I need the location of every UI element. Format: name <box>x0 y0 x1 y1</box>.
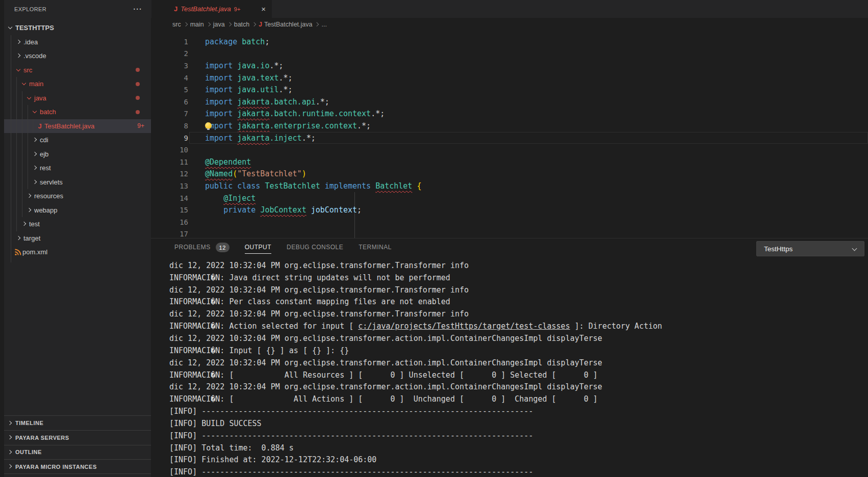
chevron-down-icon <box>20 80 29 88</box>
section-outline[interactable]: OUTLINE <box>4 445 151 460</box>
section-payara-servers[interactable]: PAYARA SERVERS <box>4 430 151 445</box>
editor-code-area[interactable]: 1package batch;23import java.io.*;4impor… <box>151 31 868 238</box>
log-line: INFORMACI�N: Action selected for input [… <box>169 320 868 332</box>
log-line: [INFO] Total time: 0.884 s <box>169 442 868 454</box>
chevron-right-icon <box>6 448 14 456</box>
panel-tab-terminal[interactable]: TERMINAL <box>359 241 392 254</box>
line-number: 6 <box>151 98 188 106</box>
section-timeline[interactable]: TIMELINE <box>4 415 151 430</box>
code-line-content: @Named("TestBatchlet") <box>189 168 868 180</box>
code-line-14[interactable]: 14 @Inject <box>151 192 868 204</box>
tree-item-label: ejb <box>40 150 48 158</box>
panel-tab-label: TERMINAL <box>359 241 392 254</box>
breadcrumb-item-[interactable]: ... <box>321 21 326 28</box>
code-line-12[interactable]: 12@Named("TestBatchlet") <box>151 168 868 180</box>
vscode-window: EXPLORER ⋯ TESTHTTPS.idea.vscodesrcmainj… <box>0 0 868 477</box>
code-line-content: import jakarta.batch.api.*; <box>189 96 868 108</box>
line-number: 5 <box>151 86 188 94</box>
code-line-15[interactable]: 15 private JobContext jobContext; <box>151 204 868 216</box>
log-line: INFORMACI�N: Input [ {} ] as [ {} ]: {} <box>169 344 868 357</box>
log-text: dic 12, 2022 10:32:04 PM org.eclipse.tra… <box>169 358 602 367</box>
code-line-16[interactable]: 16 <box>151 216 868 228</box>
panel-tab-debug-console[interactable]: DEBUG CONSOLE <box>287 241 343 254</box>
code-line-17[interactable]: 17 <box>151 228 868 238</box>
tree-item-java[interactable]: java <box>4 91 151 105</box>
code-line-content: import jakarta.enterprise.context.*; <box>189 120 868 132</box>
code-line-3[interactable]: 3import java.io.*; <box>151 60 868 72</box>
tree-item-pom-xml[interactable]: pom.xml <box>4 245 151 259</box>
tree-item-cdi[interactable]: cdi <box>4 133 151 147</box>
tree-item-batch[interactable]: batch <box>4 105 151 119</box>
line-number: 15 <box>151 206 188 214</box>
panel-tab-output[interactable]: OUTPUT <box>245 241 271 254</box>
tree-item-idea[interactable]: .idea <box>4 35 151 49</box>
output-channel-select[interactable]: TestHttps <box>756 241 864 256</box>
tree-item-src[interactable]: src <box>4 63 151 77</box>
tree-item-main[interactable]: main <box>4 77 151 91</box>
breadcrumb-label: java <box>213 21 225 28</box>
close-icon[interactable]: × <box>261 5 266 13</box>
log-file-link[interactable]: c:/java/projects/TestHttps/target/test-c… <box>358 322 570 331</box>
code-line-9[interactable]: 9import jakarta.inject.*; <box>151 132 868 144</box>
panel-tab-problems[interactable]: PROBLEMS12 <box>174 241 229 254</box>
tree-item-label: cdi <box>40 136 48 144</box>
tree-item-label: target <box>23 234 40 242</box>
log-line: [INFO] BUILD SUCCESS <box>169 417 868 430</box>
tree-item-vscode[interactable]: .vscode <box>4 49 151 63</box>
tree-item-ejb[interactable]: ejb <box>4 147 151 162</box>
code-line-13[interactable]: 13public class TestBatchlet implements B… <box>151 180 868 192</box>
tree-item-label: src <box>23 66 32 74</box>
breadcrumb-item-batch[interactable]: batch <box>234 21 250 28</box>
more-actions-icon[interactable]: ⋯ <box>133 7 142 12</box>
chevron-right-icon <box>226 21 233 28</box>
tab-label: TestBatchlet.java <box>181 5 231 13</box>
chevron-right-icon <box>15 52 23 60</box>
code-line-content: import jakarta.inject.*; <box>189 132 868 144</box>
tree-item-resources[interactable]: resources <box>4 189 151 203</box>
code-line-10[interactable]: 10 <box>151 144 868 156</box>
chevron-right-icon <box>183 21 189 28</box>
breadcrumb-item-src[interactable]: src <box>172 21 181 28</box>
line-number: 1 <box>151 38 188 46</box>
section-payara-micro-instances[interactable]: PAYARA MICRO INSTANCES <box>4 459 151 474</box>
code-line-content <box>189 228 868 238</box>
tree-item-testhttps[interactable]: TESTHTTPS <box>4 21 151 35</box>
breadcrumb-item-main[interactable]: main <box>190 21 204 28</box>
section-title: OUTLINE <box>15 449 42 455</box>
line-number: 10 <box>151 146 188 154</box>
log-text: [INFO] BUILD SUCCESS <box>169 419 262 428</box>
tree-item-webapp[interactable]: webapp <box>4 203 151 218</box>
log-line: dic 12, 2022 10:32:04 PM org.eclipse.tra… <box>169 308 868 320</box>
code-line-1[interactable]: 1package batch; <box>151 36 868 48</box>
code-line-6[interactable]: 6import jakarta.batch.api.*; <box>151 96 868 108</box>
code-line-11[interactable]: 11@Dependent <box>151 156 868 168</box>
breadcrumb-item-java[interactable]: java <box>213 21 225 28</box>
tree-item-rest[interactable]: rest <box>4 161 151 175</box>
tree-item-test[interactable]: test <box>4 217 151 231</box>
tree-item-label: .vscode <box>23 52 46 60</box>
line-number: 13 <box>151 182 188 190</box>
editor-tab-testbatchlet-java[interactable]: J TestBatchlet.java 9+ × <box>151 0 272 18</box>
modified-dot-badge <box>136 110 140 114</box>
tree-indent-guide <box>28 105 28 189</box>
code-line-7[interactable]: 7import jakarta.batch.runtime.context.*; <box>151 108 868 120</box>
problems-count-badge: 12 <box>216 243 229 252</box>
code-line-8[interactable]: 8import jakarta.enterprise.context.*; <box>151 120 868 132</box>
tree-item-testbatchlet-java[interactable]: JTestBatchlet.java9+ <box>4 119 151 134</box>
tree-item-label: resources <box>34 192 63 200</box>
code-line-4[interactable]: 4import java.text.*; <box>151 72 868 84</box>
line-number: 2 <box>151 49 188 58</box>
chevron-right-icon <box>25 206 34 214</box>
code-line-5[interactable]: 5import java.util.*; <box>151 84 868 96</box>
chevron-right-icon <box>31 150 39 158</box>
tree-item-servlets[interactable]: servlets <box>4 175 151 190</box>
tree-indent-guide <box>11 35 11 262</box>
code-line-2[interactable]: 2 <box>151 48 868 60</box>
breadcrumb-item-testbatchlet-java[interactable]: JTestBatchlet.java <box>259 21 312 28</box>
log-line: dic 12, 2022 10:32:04 PM org.eclipse.tra… <box>169 381 868 393</box>
chevron-down-icon <box>15 66 23 74</box>
line-number: 14 <box>151 194 188 202</box>
code-line-content: import jakarta.batch.runtime.context.*; <box>189 108 868 120</box>
explorer-title: EXPLORER <box>14 6 46 12</box>
tree-item-target[interactable]: target <box>4 231 151 246</box>
